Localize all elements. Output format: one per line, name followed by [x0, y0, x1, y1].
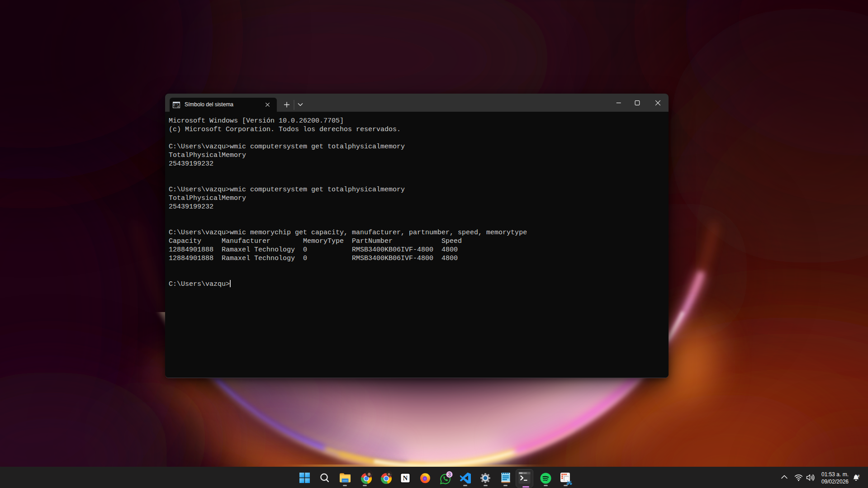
svg-text:z: z — [858, 474, 859, 478]
svg-text:3: 3 — [448, 472, 451, 477]
svg-text:N: N — [403, 474, 408, 482]
